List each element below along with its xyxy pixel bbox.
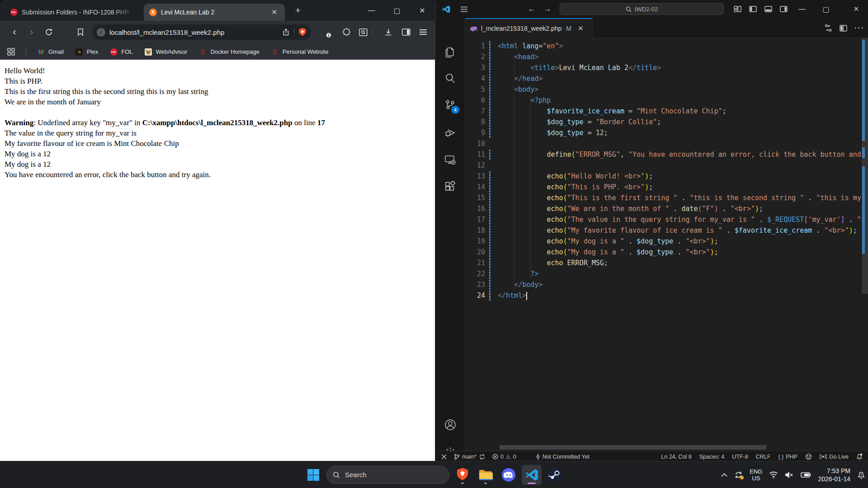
code-line[interactable]: 21 echo ERROR_MSG;	[465, 258, 862, 268]
line-number[interactable]: 3	[465, 62, 485, 73]
line-number[interactable]: 8	[465, 117, 485, 127]
git-modified-gutter[interactable]	[488, 41, 493, 52]
code-line[interactable]: 5 <body>	[465, 84, 862, 95]
git-branch-item[interactable]: main*	[454, 454, 486, 460]
git-modified-gutter[interactable]	[488, 268, 493, 279]
code-line[interactable]: 12	[465, 160, 862, 171]
line-number[interactable]: 12	[465, 160, 485, 171]
taskbar-file-explorer-icon[interactable]	[476, 465, 495, 485]
code-line[interactable]: 8 $dog_type = "Border Collie";	[465, 117, 862, 127]
notification-bell-dnd-icon[interactable]: z	[857, 471, 865, 479]
site-info-icon[interactable]: i	[97, 28, 105, 37]
extensions-puzzle-icon[interactable]	[339, 25, 354, 39]
notifications-bell-icon[interactable]	[856, 453, 863, 460]
tab-close-icon[interactable]: ✕	[269, 7, 279, 17]
line-number[interactable]: 21	[465, 258, 485, 268]
language-switcher[interactable]: ENG US	[750, 468, 762, 482]
vscode-minimize-button[interactable]: —	[792, 0, 812, 18]
git-modified-gutter[interactable]	[488, 247, 493, 258]
brave-shield-icon[interactable]	[298, 28, 307, 37]
update-sync-icon[interactable]	[734, 471, 743, 479]
taskbar-brave-icon[interactable]	[453, 465, 472, 485]
taskbar-steam-icon[interactable]	[545, 465, 565, 485]
code-line[interactable]: 15 echo("This is the first string " . "t…	[465, 192, 862, 203]
url-text[interactable]: localhost/l_mclean215318_week2.php	[109, 28, 278, 36]
volume-muted-icon[interactable]	[785, 471, 794, 479]
open-changes-icon[interactable]	[824, 24, 832, 32]
close-button[interactable]: ✕	[410, 0, 435, 21]
code-line[interactable]: 19 echo("My dog is a " . $dog_type . "<b…	[465, 236, 862, 247]
line-number[interactable]: 23	[465, 279, 485, 290]
source-control-icon[interactable]: 4	[435, 99, 465, 111]
forward-icon[interactable]: ›	[24, 25, 39, 39]
minimize-button[interactable]: —	[359, 0, 384, 21]
line-number[interactable]: 11	[465, 149, 485, 160]
customize-layout-icon[interactable]	[731, 0, 743, 18]
download-icon[interactable]	[381, 25, 396, 39]
command-center-search[interactable]: IWD2-02	[560, 3, 724, 15]
code-line[interactable]: 10	[465, 138, 862, 149]
nav-back-icon[interactable]: ←	[525, 0, 538, 18]
git-modified-gutter[interactable]	[488, 62, 493, 73]
search-window-icon[interactable]	[356, 25, 370, 39]
eol-item[interactable]: CRLF	[756, 454, 771, 460]
horizontal-scrollbar[interactable]	[500, 445, 766, 450]
browser-tab-submission-folders[interactable]: FOL Submission Folders - INFO-1208 PHP	[5, 4, 140, 21]
line-number[interactable]: 2	[465, 52, 485, 62]
git-modified-gutter[interactable]	[488, 106, 493, 117]
line-number[interactable]: 5	[465, 84, 485, 95]
code-line[interactable]: 22 ?>	[465, 268, 862, 279]
git-modified-gutter[interactable]	[488, 279, 493, 290]
code-line[interactable]: 23 </body>	[465, 279, 862, 290]
tray-chevron-icon[interactable]	[721, 473, 727, 477]
bookmark-webadvisor[interactable]: WebAdvisor	[145, 48, 188, 56]
code-line[interactable]: 9 $dog_type = 12;	[465, 127, 862, 138]
more-actions-icon[interactable]: ···	[854, 24, 864, 32]
start-button[interactable]	[303, 465, 323, 485]
line-number[interactable]: 13	[465, 171, 485, 182]
code-line[interactable]: 7 $favorite_ice_cream = "Mint Chocolate …	[465, 106, 862, 117]
line-number[interactable]: 1	[465, 41, 485, 52]
cursor-position-item[interactable]: Ln 24, Col 8	[661, 454, 691, 460]
code-line[interactable]: 14 echo("This is PHP. <br>");	[465, 182, 862, 192]
line-number[interactable]: 6	[465, 95, 485, 106]
code-line[interactable]: 3 <title>Levi McLean Lab 2</title>	[465, 62, 862, 73]
wifi-icon[interactable]	[769, 471, 778, 479]
code-line[interactable]: 16 echo("We are in the month of " . date…	[465, 203, 862, 214]
editor-tab-close-icon[interactable]: ✕	[578, 24, 584, 33]
line-number[interactable]: 24	[465, 290, 485, 301]
vscode-maximize-button[interactable]: ▢	[816, 0, 836, 18]
extension-status-icon[interactable]	[805, 453, 812, 460]
git-modified-gutter[interactable]	[488, 84, 493, 95]
editor-tab-active[interactable]: l_mclean215318_week2.php M ✕	[465, 18, 593, 38]
run-debug-icon[interactable]	[435, 127, 465, 139]
line-number[interactable]: 22	[465, 268, 485, 279]
git-modified-gutter[interactable]	[488, 182, 493, 192]
maximize-button[interactable]: ▢	[384, 0, 410, 21]
gutter[interactable]	[488, 138, 493, 149]
problems-item[interactable]: 0 ⚠ 0	[492, 454, 516, 460]
code-line[interactable]: 2 <head>	[465, 52, 862, 62]
line-number[interactable]: 9	[465, 127, 485, 138]
taskbar-search-box[interactable]: Search	[326, 466, 449, 484]
taskbar-vscode-icon[interactable]	[522, 465, 542, 485]
bookmark-plex[interactable]: >Plex	[75, 48, 98, 56]
line-number[interactable]: 10	[465, 138, 485, 149]
git-modified-gutter[interactable]	[488, 117, 493, 127]
address-bar[interactable]: i localhost/l_mclean215318_week2.php	[92, 24, 311, 40]
vscode-close-button[interactable]: ✕	[846, 0, 867, 18]
extensions-icon[interactable]	[435, 181, 465, 193]
code-line[interactable]: 4 </head>	[465, 73, 862, 84]
git-modified-gutter[interactable]	[488, 290, 493, 301]
git-modified-gutter[interactable]	[488, 225, 493, 236]
accounts-icon[interactable]	[435, 418, 465, 431]
line-number[interactable]: 4	[465, 73, 485, 84]
new-tab-button[interactable]: +	[291, 4, 305, 17]
reload-icon[interactable]	[42, 25, 56, 39]
browser-tab-active[interactable]: X Levi McLean Lab 2 ✕	[144, 4, 285, 21]
line-number[interactable]: 15	[465, 192, 485, 203]
git-modified-gutter[interactable]	[488, 214, 493, 225]
sidebar-icon[interactable]	[399, 25, 413, 39]
vscode-menu-icon[interactable]	[457, 0, 471, 18]
nav-forward-icon[interactable]: →	[541, 0, 554, 18]
